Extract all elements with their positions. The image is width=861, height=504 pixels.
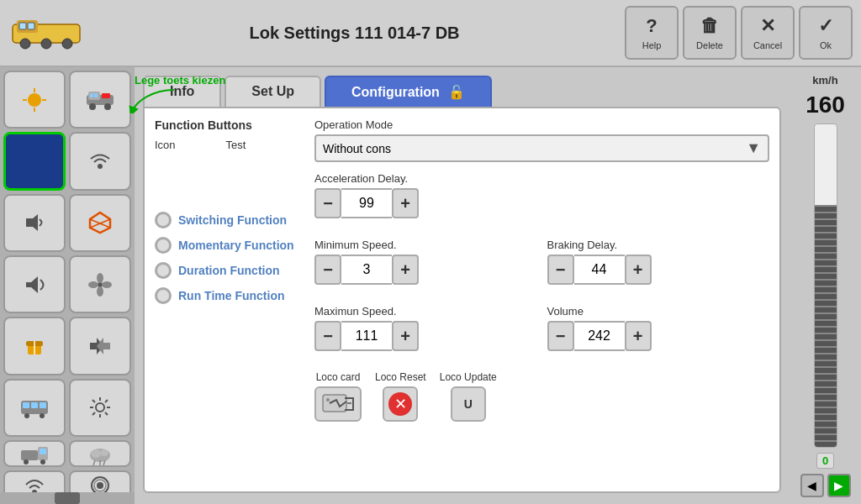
svg-rect-14 [90,93,93,97]
loco-card-button[interactable] [314,386,362,422]
loco-update-label: Loco Update [440,371,497,383]
volume-group: Volume − + [547,305,770,351]
speed-indicator: 0 [816,453,834,469]
sidebar-scrollbar[interactable] [0,492,135,504]
tab-configuration[interactable]: Configuration 🔓 [325,76,492,107]
runtime-function-radio[interactable]: Run Time Function [155,287,306,304]
svg-rect-41 [40,449,46,454]
acceleration-delay-label: Acceleration Delay. [314,172,537,185]
momentary-function-label: Momentary Function [178,239,294,253]
radio-circle-momentary [155,237,172,254]
config-left: Function Buttons Icon Test Switching Fun… [155,118,306,422]
svg-point-25 [97,273,103,283]
acceleration-delay-input-group: − + [314,188,537,218]
braking-delay-group: Braking Delay. − + [547,239,770,285]
sidebar-btn-active[interactable] [3,132,66,190]
help-icon: ? [646,15,657,37]
sidebar-btn-fan[interactable] [69,255,131,313]
trash-icon: 🗑 [700,15,719,37]
acceleration-delay-group: Acceleration Delay. − + [314,172,537,218]
close-icon: ✕ [760,15,775,37]
reset-x-icon: ✕ [388,392,412,416]
loco-reset-label: Loco Reset [375,371,426,383]
tooltip-arrow-svg [128,88,178,113]
volume-label: Volume [547,305,770,318]
svg-rect-2 [19,23,26,29]
loco-reset-button[interactable]: ✕ [383,386,418,422]
svg-rect-3 [28,23,34,29]
sidebar-btn-settings2[interactable] [69,379,131,437]
speed-decrease-button[interactable]: ◀ [800,474,824,497]
duration-function-radio[interactable]: Duration Function [155,262,306,279]
help-button[interactable]: ? Help [625,6,679,60]
minimum-speed-increase-btn[interactable]: + [392,255,419,285]
chevron-down-icon: ▼ [746,139,761,157]
volume-increase-btn[interactable]: + [625,321,652,351]
maximum-speed-input[interactable] [341,321,392,351]
momentary-function-radio[interactable]: Momentary Function [155,237,306,254]
svg-point-36 [24,413,29,418]
sidebar-scroll-thumb[interactable] [55,492,80,504]
sidebar-btn-horn[interactable] [3,255,66,313]
acceleration-delay-input[interactable] [341,188,392,218]
speed-increase-button[interactable]: ▶ [827,474,851,497]
svg-point-19 [98,164,103,169]
sidebar-btn-box[interactable] [3,317,66,375]
sidebar-btn-switch[interactable] [69,194,131,252]
svg-point-27 [97,286,103,297]
ok-button[interactable]: ✓ Ok [799,6,853,60]
sidebar-btn-speaker[interactable] [3,194,66,252]
speed-value-display: 160 [806,92,845,118]
switching-function-radio[interactable]: Switching Function [155,212,306,228]
config-panel: Function Buttons Icon Test Switching Fun… [143,107,781,493]
icon-label: Icon [155,139,176,151]
svg-rect-34 [31,402,38,408]
loco-card-item: Loco card [314,371,362,422]
braking-delay-decrease-btn[interactable]: − [547,255,574,285]
loco-update-button[interactable]: U [451,386,486,422]
lock-icon: 🔓 [448,85,465,99]
svg-point-5 [41,39,51,49]
minimum-speed-decrease-btn[interactable]: − [314,255,341,285]
tab-setup[interactable]: Set Up [224,76,321,107]
maximum-speed-decrease-btn[interactable]: − [314,321,341,351]
sidebar-btn-vehicle[interactable] [69,71,131,129]
sidebar-btn-arrows[interactable] [69,317,131,375]
svg-point-45 [91,449,101,458]
volume-decrease-btn[interactable]: − [547,321,574,351]
svg-point-16 [89,103,96,110]
sidebar-btn-bus[interactable] [3,379,66,437]
braking-delay-increase-btn[interactable]: + [625,255,652,285]
operation-mode-dropdown[interactable]: Without cons ▼ [314,134,769,162]
main-content: Info Set Up Configuration 🔓 Function But… [135,67,790,504]
loco-card-label: Loco card [316,371,361,383]
sidebar-btn-light[interactable] [3,71,66,129]
sidebar-btn-truck[interactable] [3,440,66,467]
braking-delay-input[interactable] [574,255,625,285]
acceleration-delay-increase-btn[interactable]: + [392,188,419,218]
svg-point-46 [100,449,108,456]
delete-button[interactable]: 🗑 Delete [683,6,737,60]
tooltip-label: Lege toets kiezen [135,74,225,87]
mid-fields: Minimum Speed. − + Braking Delay. − + [314,239,769,295]
sidebar [0,67,135,504]
top-fields: Acceleration Delay. − + [314,172,769,228]
sidebar-btn-wireless[interactable] [69,132,131,190]
sidebar-btn-cloud[interactable] [69,440,131,467]
radio-circle-runtime [155,287,172,304]
svg-point-38 [96,403,104,412]
svg-point-28 [88,281,98,288]
speed-unit-label: km/h [812,74,837,87]
speed-bar-fill [815,205,837,447]
svg-rect-15 [94,93,98,97]
svg-point-4 [20,39,30,49]
svg-rect-33 [23,402,29,408]
maximum-speed-increase-btn[interactable]: + [392,321,419,351]
volume-input[interactable] [574,321,625,351]
icon-test-row: Icon Test [155,139,306,151]
loco-reset-item: Loco Reset ✕ [375,371,426,422]
cancel-button[interactable]: ✕ Cancel [741,6,795,60]
minimum-speed-input[interactable] [341,255,392,285]
acceleration-delay-decrease-btn[interactable]: − [314,188,341,218]
speed-arrow-controls: ◀ ▶ [800,474,851,497]
